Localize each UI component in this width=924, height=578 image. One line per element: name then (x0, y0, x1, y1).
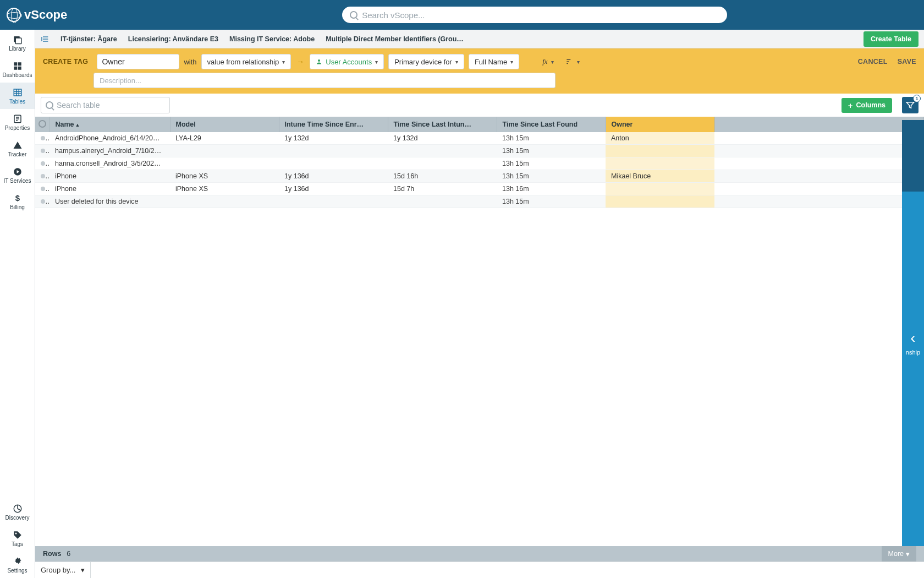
table-row[interactable]: iPhoneiPhone XS1y 136d15d 7h13h 16m (35, 183, 924, 195)
cell-owner: Anton (606, 132, 714, 145)
col-intune-sync[interactable]: Time Since Last Intun… (388, 117, 497, 132)
cell-found: 13h 15m (497, 170, 606, 183)
cell-model (170, 157, 279, 170)
tag-name-input[interactable] (97, 54, 179, 69)
filter-button[interactable]: 1 (902, 97, 919, 113)
save-button[interactable]: SAVE (898, 58, 916, 66)
table-row[interactable]: User deleted for this device13h 15m (35, 195, 924, 208)
data-table-wrap: Name▲ Model Intune Time Since Enr… Time … (35, 117, 924, 578)
tag-icon (13, 531, 23, 539)
svg-point-18 (15, 533, 16, 535)
sidebar-item-billing[interactable]: $ Billing (0, 188, 35, 215)
source-type-select[interactable]: value from relationship▾ (201, 54, 292, 69)
sidebar-item-tracker[interactable]: Tracker (0, 135, 35, 162)
right-panel-collapsed[interactable]: ‹ nship (902, 120, 924, 578)
tab-2[interactable]: Missing IT Service: Adobe (229, 35, 315, 43)
cell-sync: 1y 132d (388, 132, 497, 145)
chevron-left-icon[interactable]: ‹ (910, 329, 915, 347)
groupby-select[interactable]: Group by...▾ (35, 562, 91, 579)
gear-icon (13, 557, 23, 566)
warning-icon (13, 141, 23, 150)
sidebar-item-tables[interactable]: Tables (0, 83, 35, 109)
table-row[interactable]: hampus.alneryd_Android_7/10/2…13h 15m (35, 145, 924, 157)
sidebar-item-itservices[interactable]: IT Services (0, 162, 35, 188)
cell-model: LYA-L29 (170, 132, 279, 145)
table-row[interactable]: AndroidPhone_Android_6/14/20…LYA-L291y 1… (35, 132, 924, 145)
rows-count: 6 (67, 550, 70, 558)
funnel-icon (905, 100, 915, 110)
sidebar-item-library[interactable]: Library (0, 30, 35, 56)
list-icon[interactable] (41, 35, 50, 43)
global-search-wrap (342, 7, 727, 23)
global-search[interactable] (342, 7, 727, 23)
tab-1[interactable]: Licensiering: Användare E3 (128, 35, 218, 43)
relation-select[interactable]: Primary device for▾ (388, 54, 464, 69)
svg-rect-5 (18, 67, 21, 70)
status-dot-icon (41, 174, 45, 178)
table-search-input[interactable] (57, 101, 165, 110)
sidebar-item-discovery[interactable]: Discovery (0, 499, 35, 525)
create-table-button[interactable]: Create Table (864, 31, 919, 47)
chevron-down-icon: ▾ (906, 550, 910, 558)
cell-sync (388, 145, 497, 157)
table-icon (13, 88, 23, 97)
cell-found: 13h 15m (497, 132, 606, 145)
search-icon (46, 101, 53, 109)
field-select[interactable]: Full Name▾ (469, 54, 519, 69)
sidebar-item-settings[interactable]: Settings (0, 552, 35, 578)
properties-icon (13, 114, 23, 123)
more-button[interactable]: More ▾ (882, 546, 916, 561)
app-name: vScope (24, 8, 67, 22)
row-status (35, 145, 50, 157)
radar-icon (13, 504, 23, 513)
row-status (35, 157, 50, 170)
arrow-right-icon: → (295, 57, 305, 66)
col-owner[interactable]: Owner (606, 117, 714, 132)
row-status (35, 195, 50, 208)
col-intune-enr[interactable]: Intune Time Since Enr… (279, 117, 388, 132)
status-dot-icon (41, 136, 45, 140)
cell-found: 13h 15m (497, 157, 606, 170)
cell-sync: 15d 16h (388, 170, 497, 183)
cell-name: iPhone (50, 170, 170, 183)
table-row[interactable]: hanna.cronsell_Android_3/5/202…13h 15m (35, 157, 924, 170)
cell-name: hanna.cronsell_Android_3/5/202… (50, 157, 170, 170)
tabs-bar: IT-tjänster: Ägare Licensiering: Använda… (35, 30, 924, 48)
sidebar-item-dashboards[interactable]: Dashboards (0, 56, 35, 83)
sort-button[interactable]: ▾ (562, 54, 583, 69)
cell-sync: 15d 7h (388, 183, 497, 195)
col-last-found[interactable]: Time Since Last Found (497, 117, 606, 132)
global-search-input[interactable] (362, 10, 719, 20)
col-model[interactable]: Model (170, 117, 279, 132)
svg-rect-2 (14, 62, 17, 66)
cancel-button[interactable]: CANCEL (858, 58, 888, 66)
table-row[interactable]: iPhoneiPhone XS1y 136d15d 16h13h 15mMika… (35, 170, 924, 183)
cell-enr (279, 157, 388, 170)
col-name[interactable]: Name▲ (50, 117, 170, 132)
formula-button[interactable]: fx ▾ (539, 54, 557, 69)
sidebar-item-properties[interactable]: Properties (0, 109, 35, 135)
rows-label: Rows (43, 550, 61, 558)
right-panel-hint: nship (906, 349, 920, 356)
status-dot-icon (41, 199, 45, 204)
select-all[interactable] (35, 117, 50, 132)
row-status (35, 183, 50, 195)
cell-enr (279, 145, 388, 157)
cell-found: 13h 15m (497, 145, 606, 157)
cell-model: iPhone XS (170, 170, 279, 183)
cell-enr: 1y 136d (279, 183, 388, 195)
resource-select[interactable]: User Accounts▾ (310, 54, 384, 69)
sidebar-item-tags[interactable]: Tags (0, 525, 35, 552)
svg-rect-6 (14, 89, 21, 96)
svg-rect-4 (14, 67, 17, 70)
app-logo[interactable]: vScope (7, 8, 67, 22)
tag-description-input[interactable] (94, 73, 556, 88)
columns-button[interactable]: +Columns (842, 98, 892, 113)
chevron-down-icon: ▾ (551, 59, 554, 65)
cell-model (170, 145, 279, 157)
left-sidebar: Library Dashboards Tables Properties Tra… (0, 30, 35, 578)
tab-0[interactable]: IT-tjänster: Ägare (61, 35, 117, 43)
cell-name: AndroidPhone_Android_6/14/20… (50, 132, 170, 145)
table-search[interactable] (41, 97, 170, 113)
tab-3[interactable]: Multiple Direct Member Identifiers (Grou… (326, 35, 464, 43)
